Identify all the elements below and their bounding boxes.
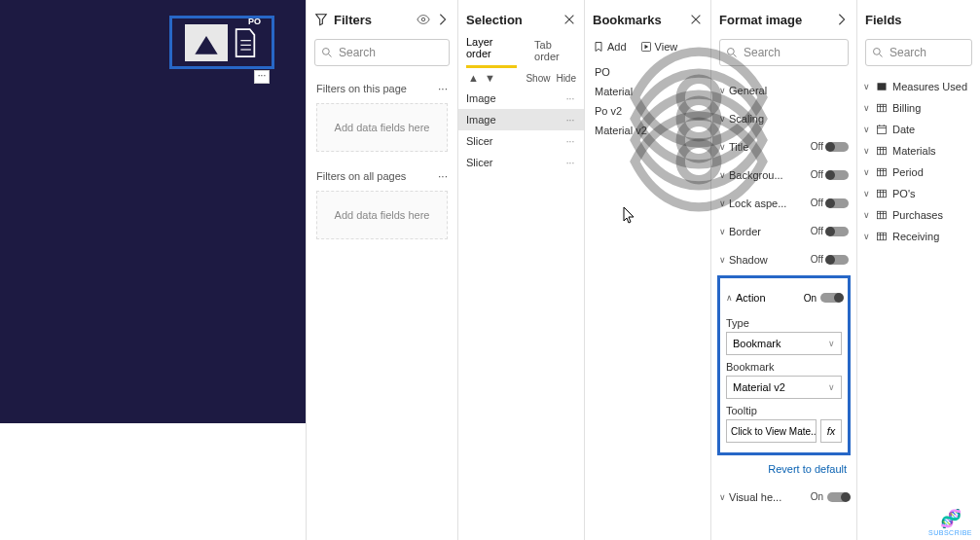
table-icon — [876, 231, 888, 242]
toggle[interactable] — [827, 492, 849, 502]
filters-section-all: Filters on all pages — [316, 170, 406, 182]
measures-icon — [876, 81, 888, 92]
table-icon — [876, 166, 888, 178]
toggle[interactable] — [827, 198, 849, 208]
chevron-down-icon: ∨ — [828, 339, 835, 348]
filters-all-dropzone[interactable]: Add data fields here — [316, 191, 448, 239]
fields-title: Fields — [865, 13, 972, 27]
fmt-action[interactable]: ∧ Action On — [726, 284, 842, 311]
dna-icon: 🧬 — [928, 508, 972, 529]
field-item[interactable]: ∨Materials — [857, 140, 980, 162]
fmt-shadow[interactable]: ∨ShadowOff — [711, 245, 856, 273]
action-type-label: Type — [726, 317, 842, 329]
table-icon — [876, 102, 888, 114]
field-item[interactable]: ∨PO's — [857, 183, 980, 204]
filters-preview-icon[interactable] — [417, 13, 430, 26]
action-type-dropdown[interactable]: Bookmark∨ — [726, 332, 842, 355]
format-action-section: ∧ Action On Type Bookmark∨ Bookmark Mate… — [717, 275, 851, 455]
action-tooltip-input[interactable]: Click to View Mate... — [726, 419, 817, 443]
table-icon — [876, 188, 888, 199]
filters-search-placeholder: Search — [339, 46, 376, 59]
subscribe-watermark: 🧬 SUBSCRIBE — [928, 508, 972, 536]
filters-search[interactable]: Search — [314, 39, 450, 66]
field-label: Billing — [892, 102, 921, 114]
field-item[interactable]: ∨Billing — [857, 97, 980, 119]
search-icon — [872, 47, 884, 58]
layer-move-up[interactable]: ▲ — [466, 72, 481, 84]
field-label: Measures Used — [892, 81, 967, 92]
selection-show[interactable]: Show — [526, 73, 550, 84]
filters-section-page: Filters on this page — [316, 83, 407, 94]
visual-doc-label: PO — [248, 17, 261, 26]
field-item[interactable]: ∨Receiving — [857, 226, 980, 247]
format-revert[interactable]: Revert to default — [711, 461, 856, 483]
selection-title: Selection — [466, 13, 557, 27]
field-item[interactable]: ∨Measures Used — [857, 76, 980, 97]
visual-more-options[interactable]: ··· — [254, 70, 270, 84]
fields-pane: Fields Search ∨Measures Used∨Billing∨Dat… — [856, 0, 980, 540]
visual-doc-icon: PO — [232, 26, 259, 59]
field-item[interactable]: ∨Purchases — [857, 204, 980, 226]
visual-image-thumb — [185, 24, 228, 61]
field-label: PO's — [892, 188, 916, 199]
toggle[interactable] — [827, 227, 849, 236]
date-icon — [876, 124, 888, 135]
canvas-visual-image[interactable]: PO ··· — [169, 16, 274, 69]
chevron-down-icon: ∨ — [828, 382, 835, 392]
filters-expand-icon[interactable] — [436, 13, 450, 26]
field-label: Purchases — [892, 209, 943, 221]
table-icon — [876, 209, 888, 221]
action-tooltip-fx[interactable]: fx — [820, 419, 842, 443]
toggle[interactable] — [827, 170, 849, 180]
funnel-icon — [314, 13, 328, 26]
tab-layer-order[interactable]: Layer order — [466, 36, 517, 68]
field-label: Materials — [892, 145, 936, 157]
field-label: Date — [892, 124, 915, 135]
item-more[interactable]: ··· — [564, 158, 576, 168]
filters-section-all-more[interactable]: ··· — [438, 169, 448, 183]
field-item[interactable]: ∨Date — [857, 119, 980, 140]
eye-icon[interactable] — [553, 89, 564, 236]
filters-pane: Filters Search Filters on this page ··· … — [306, 0, 457, 540]
action-bookmark-label: Bookmark — [726, 361, 842, 373]
report-canvas[interactable]: PO ··· — [0, 0, 306, 540]
toggle[interactable] — [827, 142, 849, 152]
search-icon — [321, 47, 333, 58]
filters-title: Filters — [334, 13, 411, 27]
toggle[interactable] — [827, 255, 849, 265]
field-label: Receiving — [892, 231, 939, 242]
layer-move-down[interactable]: ▼ — [483, 72, 497, 84]
field-item[interactable]: ∨Period — [857, 162, 980, 183]
field-label: Period — [892, 166, 924, 178]
action-bookmark-dropdown[interactable]: Material v2∨ — [726, 376, 842, 399]
action-tooltip-label: Tooltip — [726, 405, 842, 416]
selection-item[interactable]: Slicer··· — [458, 152, 584, 173]
table-icon — [876, 145, 888, 157]
toggle-action[interactable] — [820, 293, 842, 303]
filters-page-dropzone[interactable]: Add data fields here — [316, 103, 448, 152]
fields-search[interactable]: Search — [865, 39, 972, 66]
selection-items: Image··· Image··· Slicer··· Slicer··· — [458, 88, 584, 173]
selection-pane: Selection Layer order Tab order ▲▼ Show … — [457, 0, 584, 540]
fmt-visual-header[interactable]: ∨Visual he...On — [711, 483, 856, 511]
canvas-footer — [0, 423, 306, 540]
filters-section-page-more[interactable]: ··· — [438, 82, 448, 95]
